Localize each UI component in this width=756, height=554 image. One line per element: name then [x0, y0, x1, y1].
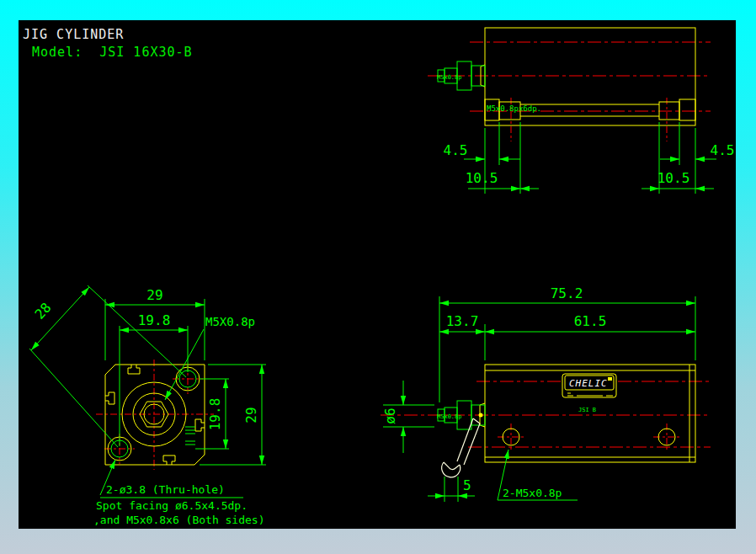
dim-body-height: 29	[243, 407, 259, 423]
brand-logo-text: CHELIC	[569, 378, 608, 389]
drawing-sheet	[19, 20, 736, 529]
dim-foot-pitch-right: 10.5	[658, 170, 690, 186]
dim-rod-diameter: ø6	[382, 408, 398, 423]
hole-note-line2: Spot facing ø6.5x4.5dp.	[96, 499, 248, 512]
dim-wrench-flat: 5	[463, 477, 471, 493]
side-rod-thread-label: M5x0.8p	[437, 413, 462, 420]
part-tag-text: JSI B	[578, 407, 596, 413]
dim-bolt-spacing-h: 19.8	[138, 312, 171, 328]
model-label: Model: JSI 16X30-B	[32, 45, 193, 60]
dim-foot-pitch-left: 10.5	[466, 170, 498, 186]
plate-thread-label: M5x0.8px6dp.	[487, 104, 541, 113]
front-rod-thread-label: M5X0.8p	[205, 315, 255, 328]
hole-note-line1: 2-ø3.8 (Thru-hole)	[106, 483, 225, 496]
dim-body-length: 61.5	[574, 313, 607, 329]
dim-foot-offset-left: 4.5	[444, 142, 468, 158]
dim-bolt-spacing-v: 19.8	[207, 398, 223, 431]
cad-window: JIG CYLINDER Model: JSI 16X30-B M5x0.8p …	[0, 0, 756, 554]
dim-total-length: 75.2	[551, 285, 583, 301]
top-rod-thread-label: M5x0.8p	[437, 74, 462, 81]
port-thread-label: 2-M5x0.8p	[503, 487, 562, 499]
hole-note-line3: ,and M5x0.8x6 (Both sides)	[93, 514, 265, 526]
drawing-title: JIG CYLINDER	[23, 27, 124, 42]
cad-drawing: JIG CYLINDER Model: JSI 16X30-B M5x0.8p …	[0, 0, 756, 554]
dim-foot-offset-right: 4.5	[711, 142, 735, 158]
dim-body-width: 29	[146, 287, 162, 303]
dim-rod-end: 13.7	[446, 313, 479, 329]
